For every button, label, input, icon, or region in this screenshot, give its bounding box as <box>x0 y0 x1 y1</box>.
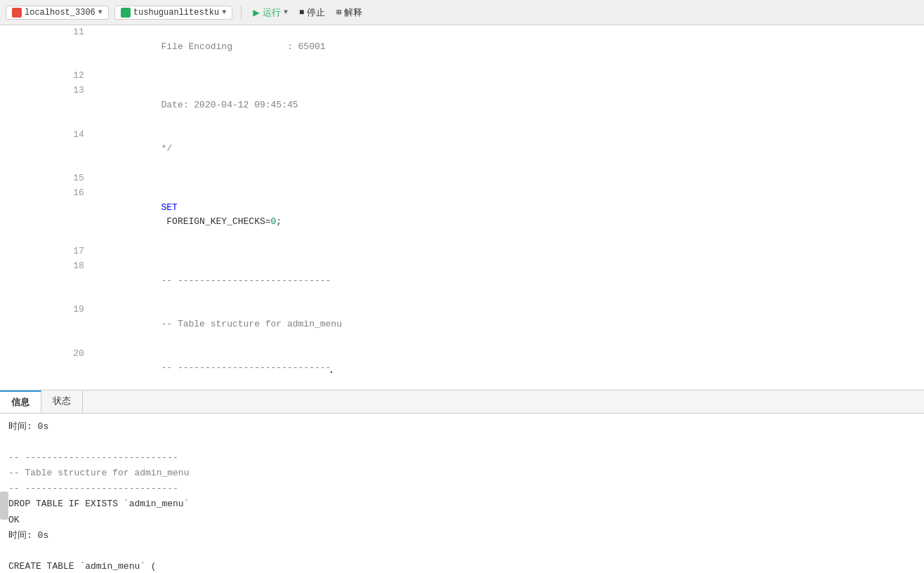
keyword: SET <box>161 202 178 213</box>
server-label: localhost_3306 <box>25 8 95 18</box>
comment-text: -- ---------------------------- <box>161 275 331 286</box>
tab-status[interactable]: 状态 <box>41 390 83 413</box>
line-code[interactable]: -- ---------------------------- <box>93 347 924 390</box>
code-text: ; <box>276 216 282 227</box>
toolbar: localhost_3306 ▼ tushuguanlitestku ▼ ▶ 运… <box>0 0 924 25</box>
result-blank2 <box>8 544 916 559</box>
line-number: 19 <box>0 303 93 346</box>
result-time1: 时间: 0s <box>8 419 916 435</box>
stop-button[interactable]: ■ 停止 <box>296 5 328 20</box>
comment-text: -- Table structure for admin_menu <box>161 319 342 329</box>
code-editor[interactable]: 11 File Encoding : 65001 12 13 Date: 202… <box>0 25 924 390</box>
comment-text: -- ---------------------------- <box>161 362 331 373</box>
table-row: 20 -- ---------------------------- <box>0 347 924 390</box>
run-label: 运行 <box>263 6 281 19</box>
db-icon <box>121 8 131 18</box>
explain-icon: ⊞ <box>336 7 341 18</box>
line-code[interactable]: File Encoding : 65001 <box>93 25 924 69</box>
table-row: 19 -- Table structure for admin_menu <box>0 303 924 346</box>
stop-icon: ■ <box>299 8 304 18</box>
result-blank1 <box>8 435 916 450</box>
table-row: 14 */ <box>0 128 924 171</box>
table-row: 15 <box>0 171 924 186</box>
db-dropdown[interactable]: tushuguanlitestku ▼ <box>114 6 232 20</box>
left-scroll-handle[interactable] <box>0 492 8 520</box>
cursor <box>331 363 332 373</box>
result-sep1: -- ---------------------------- <box>8 450 916 466</box>
line-number: 15 <box>0 171 93 186</box>
table-row: 16 SET FOREIGN_KEY_CHECKS=0; <box>0 186 924 244</box>
db-label: tushuguanlitestku <box>133 8 219 18</box>
line-number: 13 <box>0 84 93 127</box>
result-drop: DROP TABLE IF EXISTS `admin_menu` <box>8 496 916 512</box>
line-number: 20 <box>0 347 93 390</box>
run-button[interactable]: ▶ 运行 ▼ <box>250 4 291 21</box>
table-row: 13 Date: 2020-04-12 09:45:45 <box>0 84 924 127</box>
line-code[interactable] <box>93 244 924 259</box>
result-sep2: -- ---------------------------- <box>8 481 916 496</box>
server-dropdown[interactable]: localhost_3306 ▼ <box>6 6 109 20</box>
run-icon: ▶ <box>253 6 260 20</box>
explain-button[interactable]: ⊞ 解释 <box>334 5 365 20</box>
line-number: 16 <box>0 186 93 244</box>
line-number: 18 <box>0 259 93 303</box>
main-content: 11 File Encoding : 65001 12 13 Date: 202… <box>0 25 924 573</box>
table-row: 11 File Encoding : 65001 <box>0 25 924 69</box>
line-number: 12 <box>0 69 93 84</box>
tab-info[interactable]: 信息 <box>0 390 41 413</box>
server-icon <box>12 8 22 18</box>
result-time2: 时间: 0s <box>8 528 916 544</box>
stop-label: 停止 <box>307 6 325 19</box>
line-number: 17 <box>0 244 93 259</box>
toolbar-divider1 <box>241 6 242 20</box>
table-row: 18 -- ---------------------------- <box>0 259 924 303</box>
server-dropdown-arrow: ▼ <box>98 8 103 16</box>
bottom-panel: 信息 状态 时间: 0s -- ------------------------… <box>0 390 924 573</box>
comment-text: Date: 2020-04-12 09:45:45 <box>161 100 298 110</box>
comment-text: */ <box>161 143 173 154</box>
line-code[interactable] <box>93 69 924 84</box>
code-text: FOREIGN_KEY_CHECKS= <box>161 216 271 227</box>
line-code[interactable] <box>93 171 924 186</box>
line-code[interactable]: -- ---------------------------- <box>93 259 924 303</box>
line-code[interactable]: */ <box>93 128 924 171</box>
bottom-content: 时间: 0s -- ---------------------------- -… <box>0 414 924 573</box>
line-code[interactable]: -- Table structure for admin_menu <box>93 303 924 346</box>
result-create-header: CREATE TABLE `admin_menu` ( <box>8 559 916 573</box>
run-dropdown-arrow: ▼ <box>284 8 288 16</box>
line-code[interactable]: SET FOREIGN_KEY_CHECKS=0; <box>93 186 924 244</box>
line-number: 11 <box>0 25 93 69</box>
table-row: 12 <box>0 69 924 84</box>
explain-label: 解释 <box>344 6 362 19</box>
db-dropdown-arrow: ▼ <box>222 8 226 16</box>
comment-text: File Encoding : 65001 <box>161 41 326 52</box>
table-row: 17 <box>0 244 924 259</box>
line-code[interactable]: Date: 2020-04-12 09:45:45 <box>93 84 924 127</box>
result-table-comment: -- Table structure for admin_menu <box>8 466 916 481</box>
bottom-tabs: 信息 状态 <box>0 390 924 414</box>
code-table: 11 File Encoding : 65001 12 13 Date: 202… <box>0 25 924 390</box>
result-ok: OK <box>8 513 916 528</box>
line-number: 14 <box>0 128 93 171</box>
